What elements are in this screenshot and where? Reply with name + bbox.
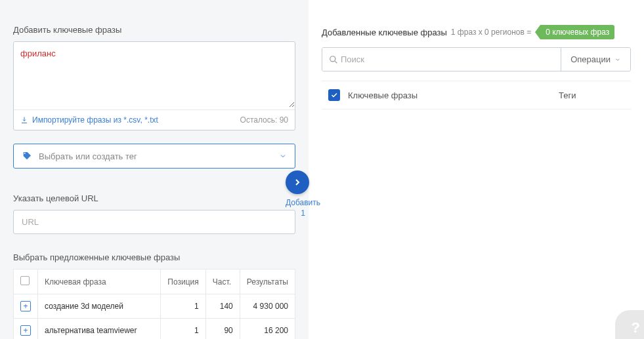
textarea-footer: Импортируйте фразы из *.csv, *.txt Остал… bbox=[14, 110, 295, 130]
suggested-title: Выбрать предложенные ключевые фразы bbox=[13, 252, 295, 262]
import-link[interactable]: Импортируйте фразы из *.csv, *.txt bbox=[20, 115, 158, 125]
phrases-textarea[interactable] bbox=[14, 42, 295, 108]
badge-arrow-icon bbox=[535, 25, 540, 39]
cell-freq: 140 bbox=[205, 294, 240, 319]
cell-freq: 90 bbox=[205, 319, 240, 340]
cell-phrase: альтернатива teamviewer bbox=[38, 319, 161, 340]
header-phrase: Ключевая фраза bbox=[38, 269, 161, 294]
search-row: Операции bbox=[322, 47, 631, 71]
right-panel: Добавленные ключевые фразы 1 фраз x 0 ре… bbox=[309, 0, 644, 339]
added-phrases-title: Добавленные ключевые фразы bbox=[322, 28, 447, 37]
tag-select-placeholder: Выбрать или создать тег bbox=[39, 151, 279, 161]
add-row-button[interactable]: + bbox=[20, 301, 31, 311]
header-freq: Част. bbox=[205, 269, 240, 294]
cell-results: 16 200 bbox=[240, 319, 295, 340]
cell-position: 1 bbox=[161, 319, 205, 340]
search-input[interactable] bbox=[338, 48, 554, 71]
help-button[interactable]: ? bbox=[615, 310, 644, 339]
cell-results: 4 930 000 bbox=[240, 294, 295, 319]
svg-point-0 bbox=[330, 56, 335, 61]
search-input-wrap bbox=[322, 48, 561, 71]
header-results: Результаты bbox=[240, 269, 295, 294]
left-panel: Добавить ключевые фразы Импортируйте фра… bbox=[0, 0, 309, 339]
tag-icon bbox=[22, 151, 32, 161]
select-all-added-checkbox[interactable] bbox=[328, 89, 340, 101]
cell-phrase: создание 3d моделей bbox=[38, 294, 161, 319]
remain-counter: Осталось: 90 bbox=[240, 115, 288, 125]
phrase-count-badge-wrap: 0 ключевых фраз bbox=[535, 25, 614, 39]
phrases-textarea-wrap: Импортируйте фразы из *.csv, *.txt Остал… bbox=[13, 41, 295, 130]
cell-position: 1 bbox=[161, 294, 205, 319]
add-button-label: Добавить bbox=[286, 198, 320, 207]
header-position: Позиция bbox=[161, 269, 205, 294]
add-phrases-title: Добавить ключевые фразы bbox=[13, 25, 295, 35]
operations-dropdown[interactable]: Операции bbox=[561, 48, 630, 71]
tag-select[interactable]: Выбрать или создать тег bbox=[13, 144, 295, 169]
add-button-count: 1 bbox=[286, 209, 320, 218]
table-row: + создание 3d моделей 1 140 4 930 000 bbox=[14, 294, 295, 319]
add-row-button[interactable]: + bbox=[20, 325, 31, 336]
url-input[interactable] bbox=[13, 210, 295, 234]
header-added-tags: Теги bbox=[559, 90, 624, 100]
help-icon: ? bbox=[632, 319, 640, 336]
url-title: Указать целевой URL bbox=[13, 193, 295, 203]
suggested-table: Ключевая фраза Позиция Част. Результаты … bbox=[13, 269, 295, 339]
download-icon bbox=[20, 116, 28, 124]
right-header: Добавленные ключевые фразы 1 фраз x 0 ре… bbox=[322, 25, 631, 39]
table-row: + альтернатива teamviewer 1 90 16 200 bbox=[14, 319, 295, 340]
search-icon bbox=[329, 55, 338, 64]
right-table-header: Ключевые фразы Теги bbox=[322, 81, 631, 110]
operations-label: Операции bbox=[570, 54, 611, 64]
import-link-label: Импортируйте фразы из *.csv, *.txt bbox=[32, 115, 158, 125]
added-phrases-subtitle: 1 фраз x 0 регионов = bbox=[451, 28, 531, 37]
chevron-down-icon bbox=[614, 56, 621, 63]
header-added-phrase: Ключевые фразы bbox=[348, 90, 559, 100]
select-all-checkbox[interactable] bbox=[20, 276, 30, 285]
phrase-count-badge: 0 ключевых фраз bbox=[540, 25, 614, 39]
add-button[interactable] bbox=[286, 170, 309, 194]
add-button-wrap: Добавить 1 bbox=[286, 170, 320, 218]
chevron-down-icon bbox=[279, 152, 287, 160]
